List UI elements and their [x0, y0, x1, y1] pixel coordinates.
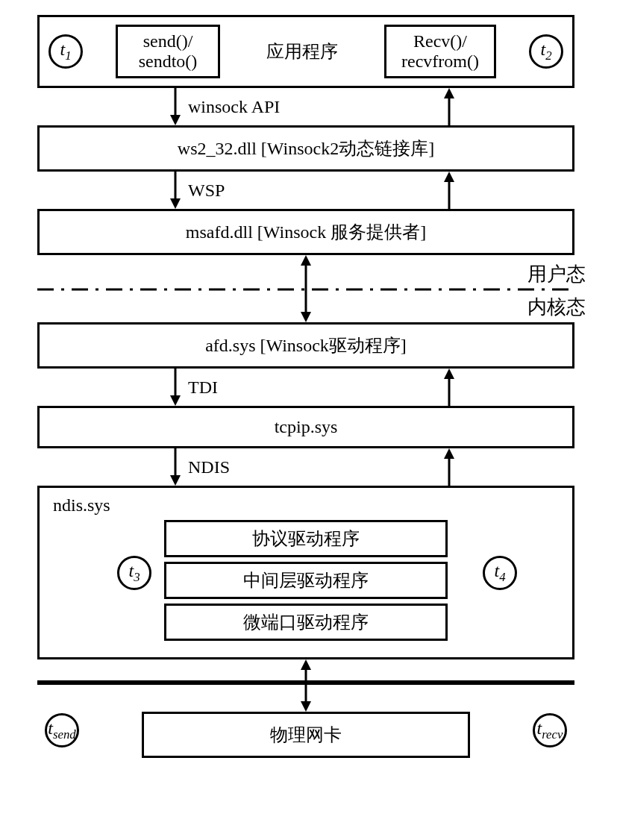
- t2-circle: t2: [529, 34, 563, 69]
- ndis-protocol-driver: 协议驱动程序: [164, 520, 448, 557]
- svg-marker-3: [444, 88, 454, 98]
- tsend-circle: tsend: [45, 713, 79, 747]
- tcpip-layer: tcpip.sys: [37, 406, 574, 448]
- send-box: send()/ sendto(): [116, 25, 220, 78]
- arrow-afd-tcpip: TDI: [37, 369, 574, 406]
- application-layer-box: t1 send()/ sendto() 应用程序 Recv()/ recvfro…: [37, 15, 574, 88]
- svg-marker-15: [444, 369, 454, 379]
- ndis-intermediate-driver: 中间层驱动程序: [164, 562, 448, 599]
- arrow-tcpip-ndis: NDIS: [37, 448, 574, 486]
- network-stack-diagram: t1 send()/ sendto() 应用程序 Recv()/ recvfro…: [15, 15, 602, 758]
- msafd-layer: msafd.dll [Winsock 服务提供者]: [37, 209, 574, 255]
- arrow-app-ws2: winsock API: [37, 88, 574, 125]
- user-mode-label: 用户态: [527, 261, 586, 287]
- svg-marker-17: [170, 475, 181, 486]
- afd-layer: afd.sys [Winsock驱动程序]: [37, 322, 574, 369]
- t4-circle: t4: [483, 556, 517, 590]
- tdi-label: TDI: [188, 377, 218, 398]
- svg-marker-9: [301, 255, 311, 266]
- svg-marker-21: [301, 659, 311, 670]
- wsp-label: WSP: [188, 181, 225, 201]
- recv-box: Recv()/ recvfrom(): [384, 25, 496, 78]
- svg-marker-19: [444, 448, 454, 459]
- kernel-mode-label: 内核态: [527, 294, 586, 320]
- winsock-api-label: winsock API: [188, 97, 280, 117]
- t1-circle: t1: [48, 34, 83, 69]
- svg-marker-13: [170, 395, 181, 406]
- svg-marker-5: [170, 198, 181, 209]
- svg-marker-1: [170, 115, 181, 125]
- ndis-layer: ndis.sys t3 t4 协议驱动程序 中间层驱动程序 微端口驱动程序: [37, 486, 574, 659]
- ndis-title: ndis.sys: [50, 495, 562, 515]
- svg-marker-7: [444, 172, 454, 182]
- svg-marker-22: [301, 701, 311, 712]
- nic-layer: 物理网卡: [142, 712, 470, 758]
- ndis-label: NDIS: [188, 457, 230, 477]
- arrow-ws2-msafd: WSP: [37, 172, 574, 209]
- ndis-miniport-driver: 微端口驱动程序: [164, 604, 448, 641]
- trecv-circle: trecv: [533, 713, 567, 747]
- ws2-32-layer: ws2_32.dll [Winsock2动态链接库]: [37, 125, 574, 172]
- t3-circle: t3: [117, 556, 151, 590]
- svg-marker-10: [301, 312, 311, 322]
- app-title: 应用程序: [253, 40, 351, 63]
- user-kernel-divider: 用户态 内核态: [37, 255, 574, 322]
- hw-divider: [37, 659, 574, 712]
